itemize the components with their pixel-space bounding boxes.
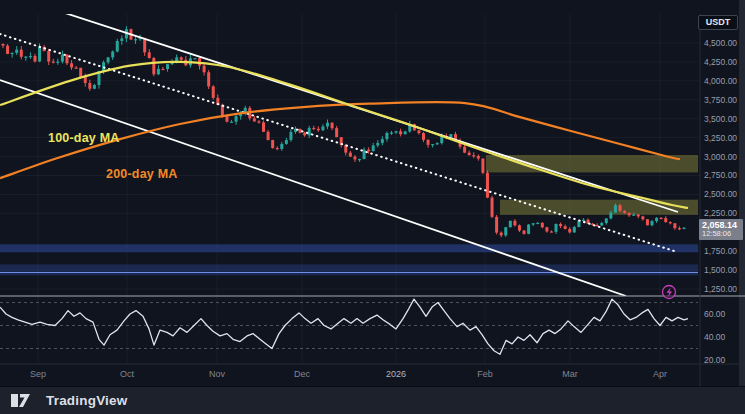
tradingview-logo-icon[interactable] bbox=[11, 393, 38, 409]
scroll-edge[interactable] bbox=[739, 0, 745, 386]
support-zone-lower bbox=[0, 264, 698, 275]
x-axis-label: Mar bbox=[562, 369, 578, 379]
y-axis-tick: 4,250.00 bbox=[704, 57, 737, 67]
y-axis-tick: 4,500.00 bbox=[704, 38, 737, 48]
x-axis-label: Dec bbox=[294, 369, 311, 379]
y-axis-tick: 1,500.00 bbox=[704, 265, 737, 275]
y-axis-tick: 3,000.00 bbox=[704, 152, 737, 162]
resistance-zone-upper bbox=[486, 155, 698, 172]
y-axis-tick: 3,500.00 bbox=[704, 114, 737, 124]
y-axis-tick: 2,750.00 bbox=[704, 170, 737, 180]
y-axis-tick: 2,500.00 bbox=[704, 189, 737, 199]
x-axis-label: Sep bbox=[30, 369, 46, 379]
y-axis-tick: 3,250.00 bbox=[704, 133, 737, 143]
bar-countdown: 12:58:06 bbox=[702, 230, 740, 238]
chart-canvas[interactable]: 4,500.004,250.004,000.003,750.003,500.00… bbox=[0, 0, 745, 414]
tradingview-wordmark[interactable]: TradingView bbox=[46, 393, 127, 408]
y-axis-tick: 3,750.00 bbox=[704, 95, 737, 105]
y-axis-tick: 1,750.00 bbox=[704, 246, 737, 256]
ma200-label: 200-day MA bbox=[106, 167, 177, 181]
y-axis-tick: 2,250.00 bbox=[704, 208, 737, 218]
footer-bar: TradingView bbox=[0, 386, 745, 414]
flash-icon[interactable] bbox=[663, 286, 676, 299]
rsi-axis-tick: 60.00 bbox=[704, 309, 726, 319]
last-price-badge: 2,058.14 12:58:06 bbox=[699, 219, 743, 240]
x-axis-label: 2026 bbox=[386, 369, 406, 379]
x-axis-label: Apr bbox=[653, 369, 667, 379]
rsi-axis-tick: 40.00 bbox=[704, 332, 726, 342]
y-axis-tick: 4,000.00 bbox=[704, 76, 737, 86]
rsi-axis-tick: 20.00 bbox=[704, 355, 726, 365]
x-axis-label: Feb bbox=[477, 369, 493, 379]
currency-axis-badge[interactable]: USDT bbox=[698, 15, 738, 30]
x-axis-label: Nov bbox=[209, 369, 226, 379]
y-axis-tick: 1,250.00 bbox=[704, 284, 737, 294]
support-zone-upper bbox=[0, 244, 698, 252]
tradingview-chart-page: Sheyanne created with TradingView.com, A… bbox=[0, 0, 745, 414]
ma100-label: 100-day MA bbox=[48, 131, 119, 145]
resistance-zone-lower bbox=[500, 200, 698, 215]
x-axis-label: Oct bbox=[120, 369, 135, 379]
